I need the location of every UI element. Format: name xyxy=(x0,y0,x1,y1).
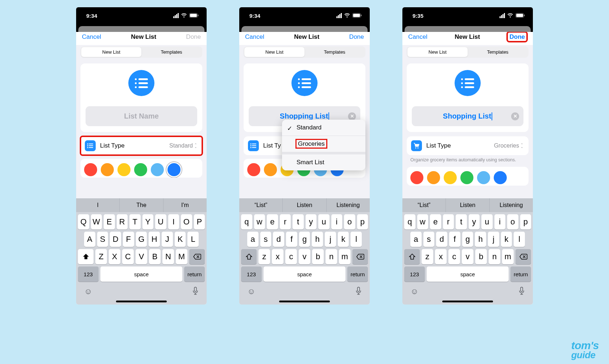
key-j[interactable]: J xyxy=(162,232,173,247)
key-r[interactable]: r xyxy=(280,214,291,229)
key-s[interactable]: s xyxy=(423,232,435,247)
key-a[interactable]: A xyxy=(84,232,95,247)
key-d[interactable]: D xyxy=(110,232,121,247)
key-p[interactable]: P xyxy=(194,214,205,229)
prediction-2[interactable]: Listening xyxy=(490,198,533,212)
key-u[interactable]: u xyxy=(318,214,330,229)
key-d[interactable]: d xyxy=(436,232,447,247)
segmented-control[interactable]: New ListTemplates xyxy=(244,46,365,58)
prediction-2[interactable]: Listening xyxy=(327,198,370,212)
key-c[interactable]: c xyxy=(448,249,460,264)
color-swatch-1[interactable] xyxy=(101,163,114,176)
color-swatch-5[interactable] xyxy=(494,171,507,184)
tab-new-list[interactable]: New List xyxy=(81,47,141,57)
color-swatch-0[interactable] xyxy=(410,171,423,184)
prediction-1[interactable]: Listen xyxy=(446,198,489,212)
key-t[interactable]: t xyxy=(293,214,304,229)
key-g[interactable]: G xyxy=(136,232,147,247)
space-key[interactable]: space xyxy=(100,266,183,282)
key-e[interactable]: e xyxy=(430,214,441,229)
tab-new-list[interactable]: New List xyxy=(407,47,468,57)
list-icon[interactable] xyxy=(291,70,318,96)
key-x[interactable]: x xyxy=(435,249,447,264)
backspace-key[interactable] xyxy=(515,249,531,264)
key-w[interactable]: W xyxy=(91,214,102,229)
dropdown-item-groceries[interactable]: Groceries xyxy=(282,136,365,152)
key-q[interactable]: q xyxy=(241,214,252,229)
key-h[interactable]: H xyxy=(149,232,160,247)
key-r[interactable]: R xyxy=(117,214,128,229)
color-swatch-0[interactable] xyxy=(84,163,97,176)
tab-templates[interactable]: Templates xyxy=(468,47,528,57)
list-icon[interactable] xyxy=(455,70,481,96)
key-i[interactable]: i xyxy=(494,214,506,229)
key-n[interactable]: N xyxy=(162,249,174,264)
backspace-key[interactable] xyxy=(189,249,205,264)
key-e[interactable]: e xyxy=(267,214,278,229)
key-y[interactable]: Y xyxy=(142,214,154,229)
list-name-input[interactable]: Shopping List✕ xyxy=(412,106,523,126)
key-a[interactable]: a xyxy=(247,232,258,247)
key-q[interactable]: Q xyxy=(78,214,89,229)
key-k[interactable]: k xyxy=(501,232,512,247)
color-swatch-4[interactable] xyxy=(477,171,490,184)
key-b[interactable]: b xyxy=(475,249,487,264)
key-n[interactable]: n xyxy=(489,249,500,264)
backspace-key[interactable] xyxy=(352,249,368,264)
emoji-icon[interactable]: ☺ xyxy=(84,287,92,298)
key-c[interactable]: C xyxy=(122,249,134,264)
space-key[interactable]: space xyxy=(264,266,346,282)
key-i[interactable]: i xyxy=(331,214,343,229)
key-m[interactable]: m xyxy=(502,249,514,264)
numbers-key[interactable]: 123 xyxy=(241,266,262,282)
key-o[interactable]: o xyxy=(507,214,518,229)
emoji-icon[interactable]: ☺ xyxy=(410,287,418,298)
shift-key[interactable] xyxy=(241,249,257,264)
tab-new-list[interactable]: New List xyxy=(244,47,304,57)
key-h[interactable]: h xyxy=(475,232,486,247)
key-x[interactable]: x xyxy=(272,249,283,264)
key-j[interactable]: j xyxy=(325,232,336,247)
key-f[interactable]: f xyxy=(286,232,297,247)
key-o[interactable]: O xyxy=(181,214,192,229)
mic-icon[interactable] xyxy=(518,287,525,298)
key-v[interactable]: v xyxy=(462,249,473,264)
key-l[interactable]: l xyxy=(514,232,525,247)
prediction-0[interactable]: “List” xyxy=(239,198,283,212)
key-r[interactable]: r xyxy=(443,214,454,229)
key-f[interactable]: F xyxy=(123,232,134,247)
prediction-2[interactable]: I'm xyxy=(163,198,207,212)
numbers-key[interactable]: 123 xyxy=(404,266,425,282)
key-z[interactable]: z xyxy=(422,249,433,264)
key-t[interactable]: t xyxy=(456,214,467,229)
list-icon[interactable] xyxy=(128,70,154,96)
key-k[interactable]: k xyxy=(338,232,349,247)
key-w[interactable]: w xyxy=(417,214,428,229)
key-v[interactable]: V xyxy=(136,249,147,264)
list-name-input[interactable]: List Name xyxy=(86,106,197,126)
prediction-0[interactable]: I xyxy=(76,198,120,212)
cancel-button[interactable]: Cancel xyxy=(82,33,101,41)
color-swatch-2[interactable] xyxy=(117,163,130,176)
key-g[interactable]: g xyxy=(299,232,310,247)
done-button[interactable]: Done xyxy=(507,32,527,42)
clear-text-icon[interactable]: ✕ xyxy=(511,112,519,120)
key-y[interactable]: y xyxy=(306,214,317,229)
prediction-1[interactable]: The xyxy=(120,198,163,212)
key-m[interactable]: M xyxy=(176,249,187,264)
key-e[interactable]: E xyxy=(104,214,115,229)
key-s[interactable]: s xyxy=(260,232,272,247)
done-button[interactable]: Done xyxy=(349,33,364,40)
color-swatch-1[interactable] xyxy=(264,163,277,176)
key-o[interactable]: o xyxy=(344,214,355,229)
key-l[interactable]: L xyxy=(187,232,199,247)
shift-key[interactable] xyxy=(404,249,420,264)
key-k[interactable]: K xyxy=(175,232,186,247)
key-l[interactable]: l xyxy=(351,232,362,247)
prediction-0[interactable]: “List” xyxy=(402,198,446,212)
mic-icon[interactable] xyxy=(192,287,199,298)
key-b[interactable]: b xyxy=(312,249,324,264)
emoji-icon[interactable]: ☺ xyxy=(247,287,255,298)
list-type-row[interactable]: List TypeGroceries⌃⌄ xyxy=(407,136,529,155)
color-swatch-5[interactable] xyxy=(167,163,181,176)
